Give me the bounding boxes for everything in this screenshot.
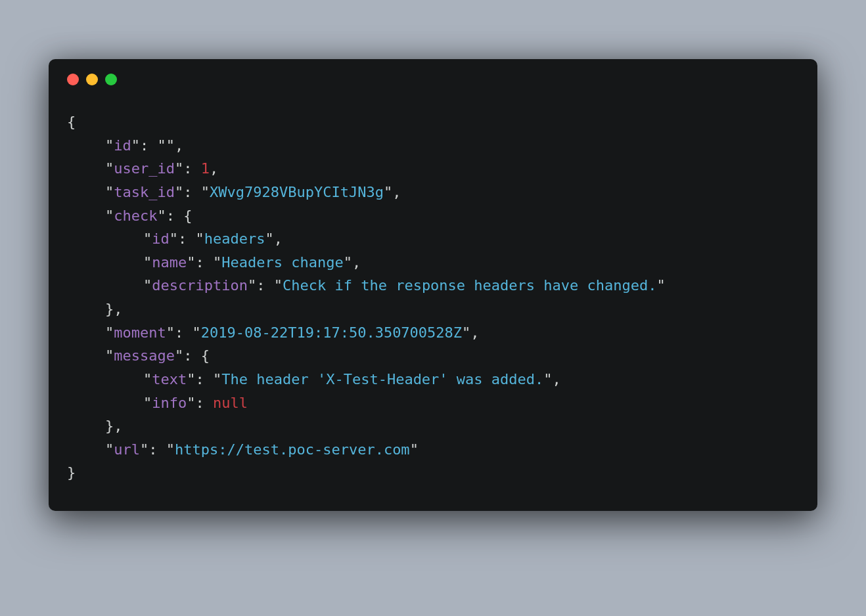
json-key-url: url <box>114 441 140 458</box>
code-content: { "id": "", "user_id": 1, "task_id": "XW… <box>49 92 817 511</box>
code-line: "url": "https://test.poc-server.com" <box>67 438 799 462</box>
json-value-check-name: Headers change <box>221 254 343 271</box>
json-key-message-info: info <box>152 395 187 411</box>
code-line: }, <box>67 414 799 438</box>
json-value-moment: 2019-08-22T19:17:50.350700528Z <box>201 324 462 341</box>
code-line: "info": null <box>67 391 799 415</box>
code-line: { <box>67 110 799 134</box>
brace-open: { <box>67 114 76 130</box>
json-value-user-id: 1 <box>201 160 210 177</box>
json-key-check-name: name <box>152 254 187 271</box>
code-line: "text": "The header 'X-Test-Header' was … <box>67 368 799 391</box>
json-value-task-id: XWvg7928VBupYCItJN3g <box>210 184 384 200</box>
json-value-message-info: null <box>213 395 248 411</box>
json-key-moment: moment <box>114 324 166 341</box>
code-window: { "id": "", "user_id": 1, "task_id": "XW… <box>49 59 817 511</box>
code-line: "check": { <box>67 204 799 228</box>
code-line: "description": "Check if the response he… <box>67 274 799 297</box>
json-key-message: message <box>114 347 175 364</box>
json-key-id: id <box>114 137 131 154</box>
code-line: }, <box>67 297 799 321</box>
json-key-task-id: task_id <box>114 184 175 200</box>
json-key-message-text: text <box>152 371 187 387</box>
json-key-check-description: description <box>152 277 248 294</box>
json-value-check-description: Check if the response headers have chang… <box>283 277 657 294</box>
code-line: } <box>67 461 799 485</box>
json-key-user-id: user_id <box>114 160 175 177</box>
json-value-url: https://test.poc-server.com <box>175 441 410 458</box>
close-icon[interactable] <box>67 74 79 85</box>
code-line: "id": "headers", <box>67 227 799 251</box>
maximize-icon[interactable] <box>105 74 117 85</box>
json-key-check-id: id <box>152 231 170 247</box>
brace-close: } <box>67 464 76 481</box>
code-line: "message": { <box>67 344 799 368</box>
code-line: "id": "", <box>67 134 799 158</box>
json-key-check: check <box>114 208 157 224</box>
minimize-icon[interactable] <box>86 74 98 85</box>
window-titlebar <box>49 59 817 92</box>
code-line: "task_id": "XWvg7928VBupYCItJN3g", <box>67 181 799 204</box>
json-value-check-id: headers <box>204 231 265 247</box>
code-line: "user_id": 1, <box>67 157 799 181</box>
code-line: "moment": "2019-08-22T19:17:50.350700528… <box>67 321 799 345</box>
json-value-message-text: The header 'X-Test-Header' was added. <box>221 371 543 387</box>
code-line: "name": "Headers change", <box>67 251 799 275</box>
